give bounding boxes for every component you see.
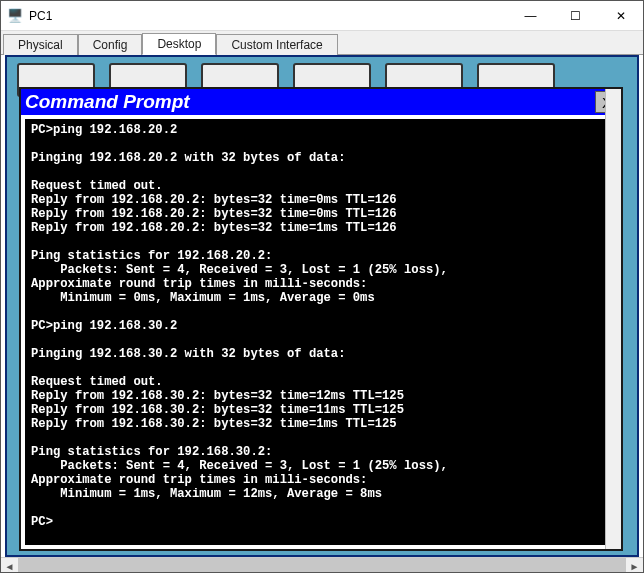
command-prompt-titlebar[interactable]: Command Prompt X: [21, 89, 621, 115]
tab-custom-interface[interactable]: Custom Interface: [216, 34, 337, 55]
app-icon: 🖥️: [1, 8, 29, 23]
command-prompt-body-wrap: PC>ping 192.168.20.2 Pinging 192.168.20.…: [21, 115, 621, 549]
command-prompt-scrollbar[interactable]: [605, 89, 621, 549]
window-title: PC1: [29, 9, 508, 23]
close-button[interactable]: ✕: [598, 1, 643, 30]
scroll-left-arrow-icon[interactable]: ◄: [1, 558, 18, 574]
minimize-button[interactable]: —: [508, 1, 553, 30]
maximize-button[interactable]: ☐: [553, 1, 598, 30]
scroll-right-arrow-icon[interactable]: ►: [626, 558, 643, 574]
scrollbar-thumb[interactable]: [18, 558, 626, 574]
window-titlebar: 🖥️ PC1 — ☐ ✕: [1, 1, 643, 31]
desktop-background: Command Prompt X PC>ping 192.168.20.2 Pi…: [5, 55, 639, 557]
scrollbar-track[interactable]: [18, 558, 626, 574]
window-controls: — ☐ ✕: [508, 1, 643, 30]
command-prompt-terminal[interactable]: PC>ping 192.168.20.2 Pinging 192.168.20.…: [25, 119, 617, 545]
tab-desktop[interactable]: Desktop: [142, 33, 216, 55]
tab-config[interactable]: Config: [78, 34, 143, 55]
command-prompt-window: Command Prompt X PC>ping 192.168.20.2 Pi…: [19, 87, 623, 551]
command-prompt-title: Command Prompt: [25, 91, 190, 113]
horizontal-scrollbar[interactable]: ◄ ►: [1, 557, 643, 573]
pc-icon: 🖥️: [7, 8, 23, 23]
tab-physical[interactable]: Physical: [3, 34, 78, 55]
tab-bar: Physical Config Desktop Custom Interface: [1, 31, 643, 55]
client-area: Command Prompt X PC>ping 192.168.20.2 Pi…: [1, 55, 643, 557]
